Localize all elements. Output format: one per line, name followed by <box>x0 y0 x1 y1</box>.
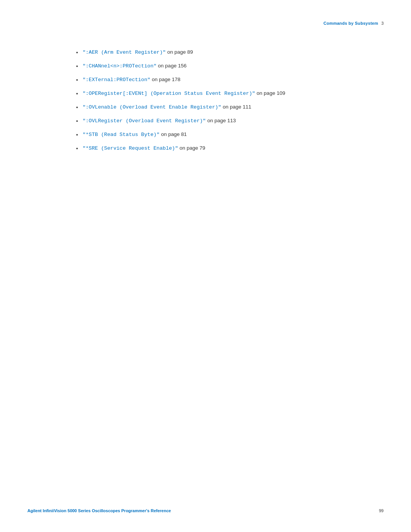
bullet-dot-icon: • <box>76 104 78 112</box>
list-item: •":AER (Arm Event Register)" on page 89 <box>76 48 384 57</box>
list-item-anchor[interactable]: ":AER (Arm Event Register)" <box>83 50 166 55</box>
list-item-link[interactable]: ":CHANnel<n>:PROTection" on page 156 <box>83 62 186 70</box>
list-item-link[interactable]: ":OVLenable (Overload Event Enable Regis… <box>83 103 251 111</box>
list-item: •"*STB (Read Status Byte)" on page 81 <box>76 131 384 139</box>
list-item: •":OVLRegister (Overload Event Register)… <box>76 117 384 125</box>
list-item-suffix: on page 113 <box>206 118 236 123</box>
list-item-link[interactable]: ":AER (Arm Event Register)" on page 89 <box>83 48 193 56</box>
bullet-dot-icon: • <box>76 131 78 139</box>
page: Commands by Subsystem 3 •":AER (Arm Even… <box>0 0 411 532</box>
footer-page-number: 99 <box>379 508 384 513</box>
list-item-suffix: on page 109 <box>255 90 285 96</box>
bullet-dot-icon: • <box>76 145 78 153</box>
list-item: •":EXTernal:PROTection" on page 178 <box>76 76 384 84</box>
list-item-link[interactable]: "*SRE (Service Request Enable)" on page … <box>83 144 205 152</box>
list-item-anchor[interactable]: "*STB (Read Status Byte)" <box>83 132 160 137</box>
header-section-title: Commands by Subsystem <box>323 21 378 26</box>
page-header: Commands by Subsystem 3 <box>0 0 411 33</box>
page-footer: Agilent InfiniiVision 5000 Series Oscill… <box>0 508 411 513</box>
list-item-suffix: on page 89 <box>166 49 193 55</box>
list-item: •":CHANnel<n>:PROTection" on page 156 <box>76 62 384 70</box>
bullet-dot-icon: • <box>76 117 78 125</box>
list-item-link[interactable]: ":OPERegister[:EVENt] (Operation Status … <box>83 89 285 97</box>
list-item-anchor[interactable]: ":CHANnel<n>:PROTection" <box>83 63 156 69</box>
footer-title: Agilent InfiniiVision 5000 Series Oscill… <box>27 508 171 513</box>
list-item-anchor[interactable]: ":OVLenable (Overload Event Enable Regis… <box>83 104 221 110</box>
list-item-anchor[interactable]: "*SRE (Service Request Enable)" <box>83 145 178 151</box>
list-item: •":OPERegister[:EVENt] (Operation Status… <box>76 89 384 98</box>
bullet-dot-icon: • <box>76 49 78 57</box>
list-item-link[interactable]: ":EXTernal:PROTection" on page 178 <box>83 76 180 84</box>
header-page-number: 3 <box>381 21 384 26</box>
list-item: •"*SRE (Service Request Enable)" on page… <box>76 144 384 153</box>
list-item-suffix: on page 156 <box>156 63 186 69</box>
list-item-link[interactable]: "*STB (Read Status Byte)" on page 81 <box>83 131 187 139</box>
list-item: •":OVLenable (Overload Event Enable Regi… <box>76 103 384 112</box>
bullet-dot-icon: • <box>76 62 78 70</box>
bullet-dot-icon: • <box>76 90 78 98</box>
list-item-anchor[interactable]: ":EXTernal:PROTection" <box>83 77 150 83</box>
list-item-suffix: on page 178 <box>150 77 180 82</box>
list-item-suffix: on page 111 <box>221 104 251 110</box>
commands-list: •":AER (Arm Event Register)" on page 89•… <box>76 48 384 153</box>
list-item-anchor[interactable]: ":OPERegister[:EVENt] (Operation Status … <box>83 91 255 96</box>
bullet-dot-icon: • <box>76 76 78 84</box>
list-item-suffix: on page 79 <box>178 145 205 151</box>
main-content: •":AER (Arm Event Register)" on page 89•… <box>0 33 411 181</box>
list-item-suffix: on page 81 <box>159 131 186 137</box>
list-item-anchor[interactable]: ":OVLRegister (Overload Event Register)" <box>83 118 206 124</box>
list-item-link[interactable]: ":OVLRegister (Overload Event Register)"… <box>83 117 236 125</box>
